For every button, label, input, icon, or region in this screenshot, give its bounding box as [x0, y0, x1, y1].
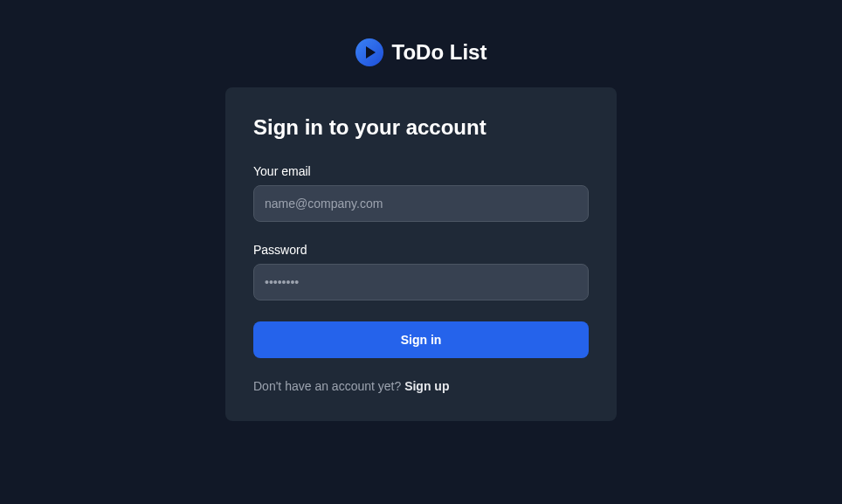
app-title: ToDo List	[392, 40, 487, 65]
signin-button[interactable]: Sign in	[253, 321, 589, 358]
signup-prompt-text: Don't have an account yet?	[253, 379, 404, 393]
play-triangle-icon	[366, 46, 376, 59]
email-group: Your email	[253, 164, 589, 222]
logo-row: ToDo List	[355, 38, 487, 66]
signup-row: Don't have an account yet? Sign up	[253, 379, 589, 393]
card-heading: Sign in to your account	[253, 115, 589, 140]
password-field[interactable]	[253, 264, 589, 300]
email-field[interactable]	[253, 185, 589, 222]
password-label: Password	[253, 243, 589, 257]
email-label: Your email	[253, 164, 589, 178]
signin-card: Sign in to your account Your email Passw…	[225, 87, 617, 421]
password-group: Password	[253, 243, 589, 300]
logo-icon	[355, 38, 383, 66]
signup-link[interactable]: Sign up	[404, 379, 449, 393]
